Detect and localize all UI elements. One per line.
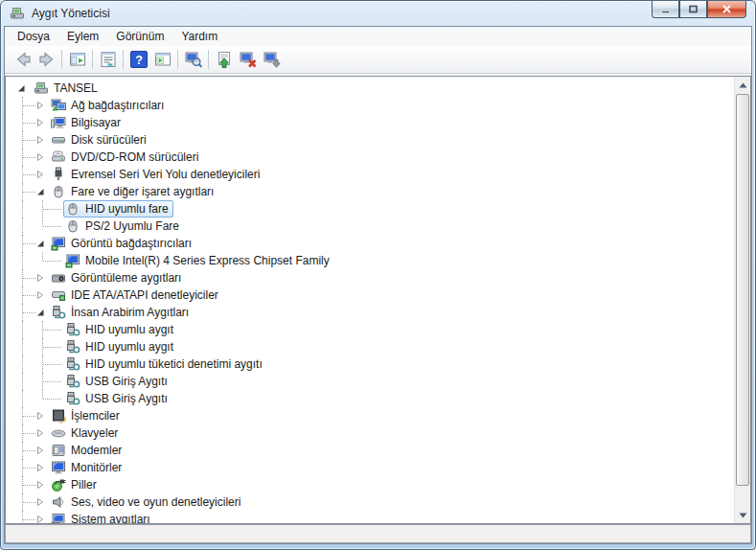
action-pane-icon[interactable] <box>150 48 174 72</box>
selected-tree-item[interactable]: HID uyumlu fare <box>63 200 173 218</box>
expand-arrow-icon[interactable] <box>35 497 45 507</box>
tree-item[interactable]: PS/2 Uyumlu Fare <box>6 218 734 235</box>
tree-item[interactable]: Ağ bağdaştırıcıları <box>6 97 734 114</box>
close-button[interactable] <box>707 1 746 18</box>
scroll-down-arrow-icon[interactable] <box>735 507 750 523</box>
scan-hardware-icon[interactable] <box>181 48 205 72</box>
tree-connector-stub <box>43 364 61 365</box>
expand-arrow-icon[interactable] <box>35 428 45 438</box>
console-tree-icon[interactable] <box>65 48 89 72</box>
tree-item-content[interactable]: USB Giriş Aygıtı <box>63 373 172 390</box>
back-icon[interactable] <box>11 48 34 72</box>
network-adapter-icon <box>51 98 66 113</box>
disable-icon[interactable] <box>260 48 284 72</box>
expand-arrow-icon[interactable] <box>35 446 45 455</box>
expand-arrow-icon[interactable] <box>35 463 45 472</box>
scroll-up-arrow-icon[interactable] <box>735 77 750 93</box>
tree-item[interactable]: HID uyumlu aygıt <box>6 321 734 338</box>
collapse-arrow-icon[interactable] <box>35 239 45 248</box>
tree-item[interactable]: Mobile Intel(R) 4 Series Express Chipset… <box>6 252 734 269</box>
menu-dosya[interactable]: Dosya <box>9 27 58 46</box>
expand-arrow-icon[interactable] <box>35 170 45 179</box>
uninstall-icon[interactable] <box>236 48 260 72</box>
tree-item[interactable]: İnsan Arabirim Aygıtları <box>6 304 734 321</box>
tree-item-content[interactable]: Ağ bağdaştırıcıları <box>49 97 169 114</box>
tree-item-content[interactable]: İşlemciler <box>49 407 125 424</box>
tree-item-content[interactable]: Görüntüleme aygıtları <box>49 269 186 286</box>
expand-arrow-icon[interactable] <box>35 118 45 127</box>
expand-arrow-icon[interactable] <box>35 411 45 421</box>
tree-item[interactable]: Klavyeler <box>6 424 734 442</box>
tree-item-content[interactable]: Görüntü bağdaştırıcıları <box>49 235 196 252</box>
tree-item-content[interactable]: TANSEL <box>32 80 103 97</box>
tree-item[interactable]: IDE ATA/ATAPI denetleyiciler <box>6 286 734 304</box>
tree-item-content[interactable]: Monitörler <box>49 459 126 476</box>
tree-item-content[interactable]: IDE ATA/ATAPI denetleyiciler <box>49 286 223 304</box>
tree-item[interactable]: Ses, video ve oyun denetleyicileri <box>6 493 734 511</box>
scrollbar-thumb[interactable] <box>736 94 749 486</box>
tree-item-content[interactable]: İnsan Arabirim Aygıtları <box>49 304 194 321</box>
update-driver-icon[interactable] <box>212 48 236 72</box>
forward-icon[interactable] <box>34 48 58 72</box>
tree-item-content[interactable]: Disk sürücüleri <box>49 131 151 149</box>
expand-arrow-icon[interactable] <box>35 152 45 162</box>
tree-item[interactable]: TANSEL <box>6 80 734 97</box>
menu-eylem[interactable]: Eylem <box>58 27 107 46</box>
tree-item-content[interactable]: Piller <box>49 476 102 493</box>
tree-item[interactable]: Görüntü bağdaştırıcıları <box>6 235 734 252</box>
tree-item[interactable]: Monitörler <box>6 459 734 476</box>
tree-item-content[interactable]: Sistem aygıtları <box>49 511 155 523</box>
minimize-button[interactable] <box>652 1 679 18</box>
tree-item[interactable]: HID uyumlu aygıt <box>6 338 734 355</box>
tree-item[interactable]: Sistem aygıtları <box>6 511 734 523</box>
tree-connector-line <box>22 338 23 355</box>
tree-item-content[interactable]: HID uyumlu tüketici denetimi aygıtı <box>63 355 267 373</box>
maximize-button[interactable] <box>679 1 707 18</box>
tree-item[interactable]: Görüntüleme aygıtları <box>6 269 734 286</box>
tree-item[interactable]: Bilgisayar <box>6 114 734 131</box>
titlebar[interactable]: Aygıt Yöneticisi <box>1 1 755 26</box>
tree-item[interactable]: USB Giriş Aygıtı <box>6 373 734 390</box>
tree-item-content[interactable]: Fare ve diğer işaret aygıtları <box>49 183 218 200</box>
properties-icon[interactable] <box>96 48 120 72</box>
tree-item[interactable]: Evrensel Seri Veri Yolu denetleyicileri <box>6 166 734 183</box>
expand-arrow-icon[interactable] <box>35 135 45 145</box>
expand-arrow-icon[interactable] <box>35 273 45 283</box>
sound-icon <box>51 494 66 510</box>
tree-item-content[interactable]: Ses, video ve oyun denetleyicileri <box>49 493 245 511</box>
tree-item-content[interactable]: PS/2 Uyumlu Fare <box>63 218 184 235</box>
tree-item[interactable]: Modemler <box>6 442 734 459</box>
tree-item-content[interactable]: Evrensel Seri Veri Yolu denetleyicileri <box>49 166 264 183</box>
collapse-arrow-icon[interactable] <box>16 83 26 93</box>
expand-arrow-icon[interactable] <box>35 101 45 110</box>
tree-item-content[interactable]: Modemler <box>49 442 126 459</box>
tree-item[interactable]: Disk sürücüleri <box>6 131 734 149</box>
menu-gorunum[interactable]: Görünüm <box>107 27 172 46</box>
expand-arrow-icon[interactable] <box>35 290 45 300</box>
tree-item-content[interactable]: HID uyumlu aygıt <box>63 338 178 355</box>
tree-item-content[interactable]: USB Giriş Aygıtı <box>63 390 172 407</box>
tree-item-label: HID uyumlu tüketici denetimi aygıtı <box>85 356 263 372</box>
tree-item[interactable]: Fare ve diğer işaret aygıtları <box>6 183 734 200</box>
collapse-arrow-icon[interactable] <box>35 308 45 317</box>
tree-item-content[interactable]: DVD/CD-ROM sürücüleri <box>49 149 203 166</box>
tree-item[interactable]: DVD/CD-ROM sürücüleri <box>6 149 734 166</box>
tree-item[interactable]: İşlemciler <box>6 407 734 424</box>
tree-item-content[interactable]: Klavyeler <box>49 424 123 442</box>
tree-item[interactable]: HID uyumlu tüketici denetimi aygıtı <box>6 355 734 373</box>
tree-item-content[interactable]: Mobile Intel(R) 4 Series Express Chipset… <box>63 252 334 269</box>
tree-item-content[interactable]: Bilgisayar <box>49 114 126 131</box>
collapse-arrow-icon[interactable] <box>35 187 45 196</box>
expand-arrow-icon[interactable] <box>35 480 45 490</box>
tree-connector-line <box>22 390 23 407</box>
hid-device-icon <box>65 356 80 372</box>
tree-item-content[interactable]: HID uyumlu aygıt <box>63 321 178 338</box>
vertical-scrollbar[interactable] <box>734 77 750 523</box>
tree-item[interactable]: USB Giriş Aygıtı <box>6 390 734 407</box>
tree-item[interactable]: Piller <box>6 476 734 493</box>
tree-item[interactable]: HID uyumlu fare <box>6 200 734 218</box>
expand-arrow-icon[interactable] <box>35 515 45 523</box>
menu-yardim[interactable]: Yardım <box>172 27 226 46</box>
help-icon[interactable]: ? <box>126 48 150 72</box>
tree-connector-stub <box>43 330 61 331</box>
